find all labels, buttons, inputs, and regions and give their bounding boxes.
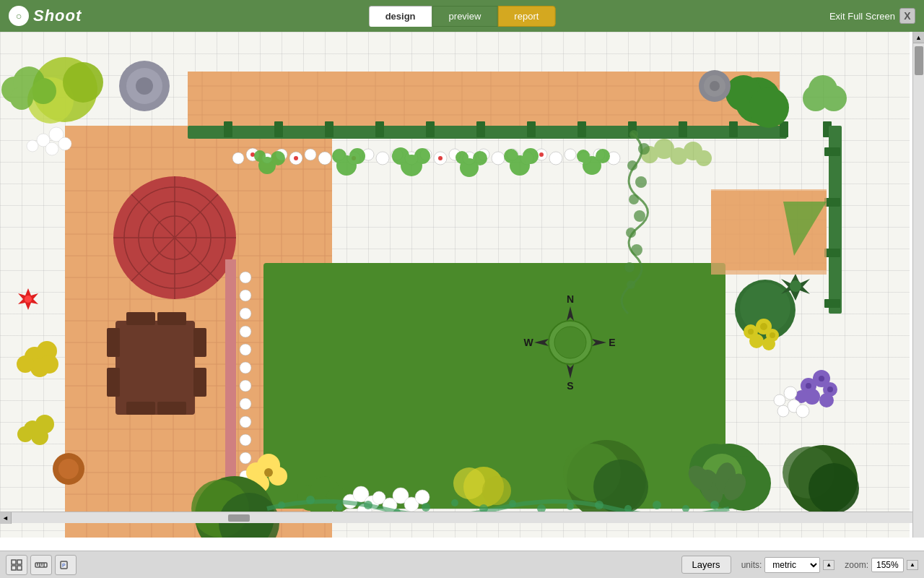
- svg-point-195: [806, 383, 811, 389]
- svg-rect-85: [824, 198, 840, 207]
- svg-rect-315: [17, 560, 22, 564]
- svg-point-200: [777, 405, 789, 417]
- svg-point-137: [414, 148, 430, 164]
- svg-point-237: [453, 467, 485, 499]
- scroll-thumb-vertical[interactable]: [915, 46, 923, 75]
- svg-point-156: [240, 434, 251, 446]
- svg-rect-314: [12, 560, 16, 564]
- svg-point-266: [653, 501, 661, 509]
- svg-point-143: [504, 149, 518, 163]
- svg-point-127: [438, 156, 443, 160]
- svg-point-147: [240, 272, 251, 283]
- zoom-up-button[interactable]: ▲: [907, 560, 918, 570]
- tag-icon: P: [59, 558, 72, 571]
- svg-point-285: [58, 137, 71, 150]
- zoom-label: zoom:: [845, 560, 868, 570]
- grid-view-button[interactable]: [6, 555, 27, 575]
- svg-point-194: [819, 376, 824, 381]
- svg-point-259: [451, 499, 458, 506]
- svg-point-227: [415, 490, 430, 504]
- tag-button[interactable]: P: [55, 555, 77, 575]
- svg-point-107: [376, 152, 389, 165]
- svg-rect-165: [193, 368, 206, 397]
- svg-point-270: [554, 327, 586, 358]
- garden-canvas[interactable]: N S E W: [0, 32, 910, 538]
- svg-point-312: [624, 262, 635, 272]
- svg-rect-161: [116, 321, 195, 415]
- svg-point-175: [136, 77, 153, 95]
- svg-text:P: P: [62, 563, 66, 568]
- svg-point-252: [808, 463, 859, 514]
- grid-icon: [10, 558, 23, 571]
- layers-button[interactable]: Layers: [681, 556, 731, 574]
- svg-point-184: [762, 337, 775, 350]
- scroll-left-button[interactable]: ◄: [0, 512, 12, 524]
- zoom-value: 155%: [871, 558, 904, 572]
- svg-point-97: [232, 152, 244, 164]
- app-title: Shoot: [33, 7, 82, 25]
- svg-point-238: [482, 476, 511, 505]
- svg-point-186: [760, 323, 767, 330]
- ruler-icon: [35, 558, 48, 571]
- exit-fullscreen-label: Exit Full Screen: [829, 11, 895, 22]
- svg-point-128: [539, 152, 544, 157]
- main-canvas-area: N S E W: [0, 32, 924, 551]
- tabs-container: design preview report: [369, 6, 556, 27]
- svg-rect-77: [578, 121, 586, 137]
- exit-fullscreen-button[interactable]: Exit Full Screen X: [829, 8, 915, 24]
- scroll-up-button[interactable]: ▲: [913, 32, 925, 43]
- units-up-button[interactable]: ▲: [823, 560, 834, 570]
- svg-point-192: [819, 393, 834, 407]
- svg-rect-73: [375, 121, 384, 137]
- svg-point-146: [577, 150, 590, 163]
- svg-point-268: [710, 501, 719, 509]
- svg-text:S: S: [567, 380, 573, 392]
- svg-point-286: [45, 142, 58, 155]
- svg-point-185: [748, 329, 754, 335]
- svg-point-290: [749, 87, 789, 128]
- svg-point-179: [790, 280, 801, 292]
- svg-point-151: [240, 344, 251, 355]
- svg-rect-167: [157, 312, 186, 325]
- svg-point-196: [827, 387, 833, 392]
- svg-point-125: [294, 156, 298, 160]
- svg-rect-162: [107, 328, 120, 357]
- svg-point-310: [626, 228, 636, 238]
- svg-rect-79: [679, 121, 687, 137]
- svg-point-264: [595, 501, 603, 509]
- svg-point-152: [240, 362, 251, 374]
- svg-rect-316: [12, 566, 16, 570]
- svg-point-102: [305, 149, 316, 160]
- svg-rect-87: [824, 299, 840, 308]
- svg-point-232: [264, 468, 273, 477]
- svg-point-201: [796, 405, 809, 418]
- svg-point-115: [492, 152, 505, 165]
- logo-area: ○ Shoot: [0, 6, 82, 26]
- tab-preview[interactable]: preview: [432, 6, 498, 27]
- scroll-thumb-horizontal[interactable]: [228, 514, 250, 522]
- svg-point-139: [473, 151, 487, 165]
- svg-point-206: [31, 428, 48, 445]
- horizontal-scrollbar[interactable]: ◄: [0, 512, 912, 523]
- svg-point-258: [422, 503, 430, 512]
- svg-rect-74: [426, 121, 435, 137]
- svg-rect-80: [729, 121, 738, 137]
- close-button[interactable]: X: [899, 8, 915, 24]
- svg-point-148: [240, 290, 251, 301]
- svg-point-254: [306, 496, 315, 504]
- svg-point-303: [696, 150, 712, 166]
- svg-rect-75: [476, 121, 485, 137]
- svg-point-198: [774, 394, 785, 406]
- tab-design[interactable]: design: [369, 6, 432, 27]
- app-header: ○ Shoot design preview report Exit Full …: [0, 0, 924, 32]
- svg-point-309: [634, 210, 645, 222]
- units-select[interactable]: metric imperial: [764, 557, 820, 573]
- svg-point-282: [10, 87, 33, 110]
- garden-design-svg: N S E W: [0, 32, 910, 538]
- svg-point-133: [349, 148, 365, 164]
- svg-point-142: [523, 148, 539, 164]
- vertical-scrollbar[interactable]: ▲: [912, 32, 924, 538]
- ruler-button[interactable]: [30, 555, 52, 575]
- svg-point-214: [40, 355, 58, 374]
- tab-report[interactable]: report: [497, 6, 555, 27]
